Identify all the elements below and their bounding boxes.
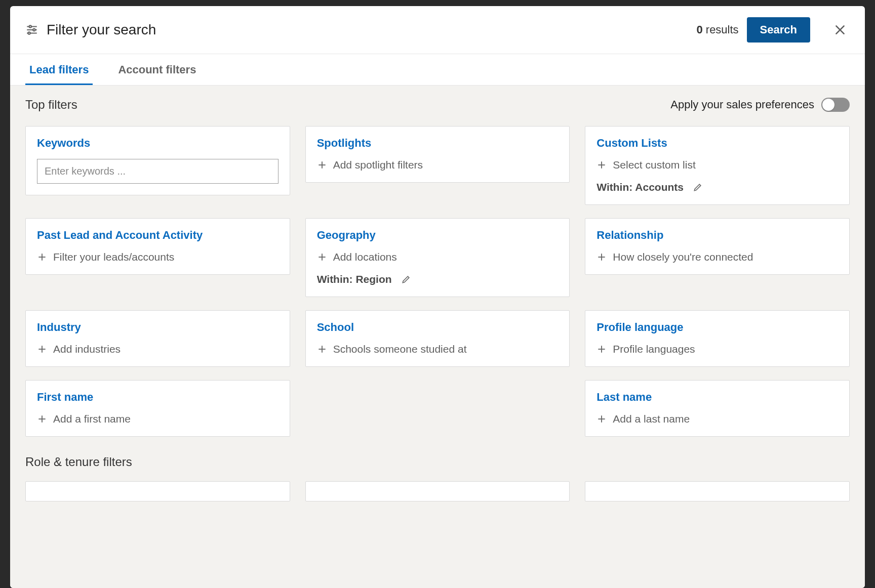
add-text: Select custom list: [613, 159, 695, 171]
modal-title: Filter your search: [47, 22, 156, 38]
card-title: School: [317, 321, 559, 334]
section-title-role-tenure: Role & tenure filters: [25, 455, 850, 469]
select-custom-list[interactable]: Select custom list: [596, 159, 838, 171]
filter-card-spotlights: Spotlights Add spotlight filters: [305, 126, 570, 183]
card-title: Custom Lists: [596, 137, 838, 150]
plus-icon: [596, 344, 607, 354]
svg-point-3: [33, 29, 35, 31]
add-locations[interactable]: Add locations: [317, 251, 559, 263]
search-button[interactable]: Search: [747, 17, 810, 43]
edit-icon[interactable]: [401, 274, 411, 284]
add-text: Add spotlight filters: [333, 159, 423, 171]
add-last-name[interactable]: Add a last name: [596, 413, 838, 425]
add-spotlight-filters[interactable]: Add spotlight filters: [317, 159, 559, 171]
filter-card-custom-lists: Custom Lists Select custom list Within: …: [585, 126, 850, 205]
keywords-input[interactable]: [37, 159, 279, 184]
plus-icon: [317, 344, 327, 354]
filter-card-placeholder: [585, 481, 850, 501]
svg-point-1: [29, 25, 31, 27]
results-count: 0 results: [696, 23, 738, 36]
close-button[interactable]: [830, 20, 850, 39]
add-text: Add industries: [53, 343, 121, 355]
add-schools[interactable]: Schools someone studied at: [317, 343, 559, 355]
filter-card-profile-language: Profile language Profile languages: [585, 310, 850, 367]
results-number: 0: [696, 23, 702, 36]
filter-card-school: School Schools someone studied at: [305, 310, 570, 367]
plus-icon: [596, 414, 607, 424]
sales-preferences-toggle[interactable]: [821, 98, 850, 112]
add-text: Profile languages: [613, 343, 695, 355]
card-title: Industry: [37, 321, 279, 334]
add-first-name[interactable]: Add a first name: [37, 413, 279, 425]
modal-header: Filter your search 0 results Search: [10, 6, 865, 54]
card-title: Last name: [596, 391, 838, 404]
toggle-knob: [822, 99, 834, 111]
filter-card-past-activity: Past Lead and Account Activity Filter yo…: [25, 218, 290, 275]
tab-account-filters[interactable]: Account filters: [114, 54, 200, 85]
results-word: results: [706, 23, 739, 36]
filter-card-keywords: Keywords: [25, 126, 290, 195]
section-title-top-filters: Top filters: [25, 98, 77, 112]
add-text: Schools someone studied at: [333, 343, 467, 355]
filter-card-first-name: First name Add a first name: [25, 380, 290, 437]
add-text: How closely you're connected: [613, 251, 753, 263]
card-title: Spotlights: [317, 137, 559, 150]
add-text: Add locations: [333, 251, 397, 263]
plus-icon: [37, 252, 47, 262]
add-text: Add a last name: [613, 413, 690, 425]
filter-card-last-name: Last name Add a last name: [585, 380, 850, 437]
add-profile-languages[interactable]: Profile languages: [596, 343, 838, 355]
card-title: Keywords: [37, 137, 279, 150]
plus-icon: [596, 160, 607, 170]
filter-card-geography: Geography Add locations Within: Region: [305, 218, 570, 297]
close-icon: [833, 23, 847, 36]
filter-sliders-icon: [25, 23, 38, 36]
add-relationship[interactable]: How closely you're connected: [596, 251, 838, 263]
card-title: Relationship: [596, 229, 838, 242]
filter-search-modal: Filter your search 0 results Search Lead…: [10, 6, 865, 588]
plus-icon: [596, 252, 607, 262]
card-title: Geography: [317, 229, 559, 242]
card-title: Past Lead and Account Activity: [37, 229, 279, 242]
sales-preferences-label: Apply your sales preferences: [670, 98, 814, 111]
plus-icon: [37, 344, 47, 354]
filter-card-placeholder: [305, 481, 570, 501]
filter-card-industry: Industry Add industries: [25, 310, 290, 367]
filter-card-placeholder: [25, 481, 290, 501]
filter-card-relationship: Relationship How closely you're connecte…: [585, 218, 850, 275]
tab-lead-filters[interactable]: Lead filters: [25, 54, 93, 85]
edit-icon[interactable]: [693, 182, 703, 192]
add-text: Filter your leads/accounts: [53, 251, 174, 263]
filter-tabs: Lead filters Account filters: [10, 54, 865, 86]
card-title: Profile language: [596, 321, 838, 334]
within-label: Within: Accounts: [596, 181, 684, 193]
plus-icon: [37, 414, 47, 424]
filter-leads-accounts[interactable]: Filter your leads/accounts: [37, 251, 279, 263]
add-industries[interactable]: Add industries: [37, 343, 279, 355]
card-title: First name: [37, 391, 279, 404]
add-text: Add a first name: [53, 413, 131, 425]
svg-point-5: [28, 32, 30, 34]
filters-body: Top filters Apply your sales preferences…: [10, 86, 865, 588]
plus-icon: [317, 160, 327, 170]
within-label: Within: Region: [317, 273, 392, 285]
plus-icon: [317, 252, 327, 262]
